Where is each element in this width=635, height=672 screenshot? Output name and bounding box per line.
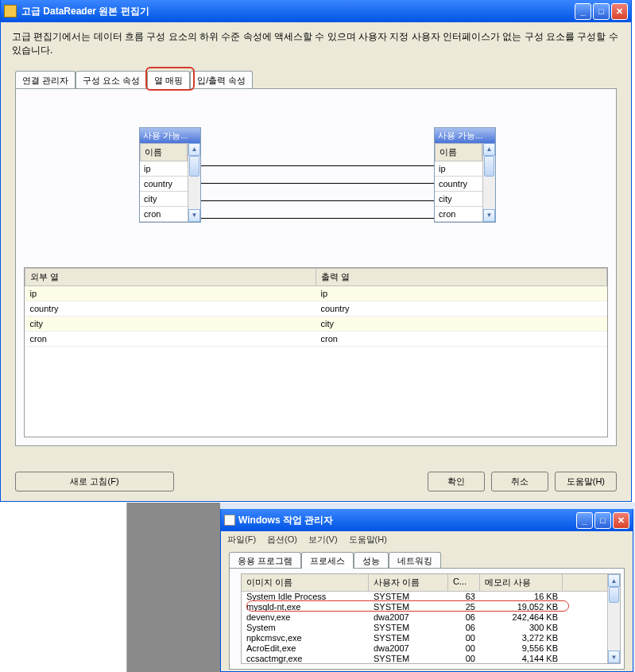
grid-header-output[interactable]: 출력 열 (316, 268, 607, 286)
background-pane (0, 503, 127, 672)
cell-image-name: AcroEdit,exe (242, 643, 369, 654)
grid-cell[interactable]: city (25, 316, 316, 331)
process-row[interactable]: System Idle ProcessSYSTEM6316 KB (242, 592, 607, 602)
process-row[interactable]: ccsactmgr,exeSYSTEM004,144 KB (242, 654, 607, 663)
titlebar[interactable]: Windows 작업 관리자 _ □ ✕ (221, 509, 633, 531)
scroll-thumb[interactable] (189, 156, 199, 177)
col-header-cell[interactable]: 이름 (140, 143, 188, 161)
scroll-down-icon[interactable]: ▼ (608, 651, 620, 663)
process-row[interactable]: mysqld-nt,exeSYSTEM2519,052 KB (242, 602, 607, 612)
mapping-line[interactable] (201, 165, 434, 166)
cell-user-name: SYSTEM (369, 633, 448, 643)
tab-io-properties[interactable]: 입/출력 속성 (190, 71, 253, 89)
process-row[interactable]: SystemSYSTEM06300 KB (242, 623, 607, 633)
scroll-track[interactable] (188, 156, 200, 209)
tab-strip: 연결 관리자 구성 요소 속성 열 매핑 입/출력 속성 (1, 70, 631, 88)
cell-memory: 4,144 KB (480, 654, 563, 663)
scroll-track[interactable] (608, 587, 620, 651)
ok-button[interactable]: 확인 (428, 472, 485, 491)
titlebar[interactable]: 고급 DataReader 원본 편집기 _ □ ✕ (1, 0, 631, 22)
tab-networking[interactable]: 네트워킹 (389, 552, 441, 569)
grid-cell[interactable]: cron (316, 331, 607, 346)
scroll-up-icon[interactable]: ▲ (608, 574, 620, 587)
menu-file[interactable]: 파일(F) (227, 534, 256, 546)
col-header-cell[interactable]: 이름 (435, 143, 482, 161)
tab-processes[interactable]: 프로세스 (301, 552, 354, 569)
box-title: 사용 가능... (140, 128, 200, 143)
menu-view[interactable]: 보기(V) (308, 534, 338, 546)
window-title: Windows 작업 관리자 (238, 514, 576, 527)
process-list[interactable]: 이미지 이름 사용자 이름 C... 메모리 사용 System Idle Pr… (241, 573, 621, 664)
tab-component-properties[interactable]: 구성 요소 속성 (76, 71, 147, 89)
header-user-name[interactable]: 사용자 이름 (369, 574, 448, 591)
cancel-button[interactable]: 취소 (491, 472, 548, 491)
grid-cell[interactable]: country (316, 301, 607, 316)
grid-cell[interactable]: ip (316, 286, 607, 301)
col-item[interactable]: country (435, 177, 482, 192)
grid-cell[interactable]: city (316, 316, 607, 331)
mapping-grid[interactable]: 외부 열 출력 열 ipip countrycountry citycity c… (24, 267, 608, 437)
available-output-columns[interactable]: 사용 가능... 이름 ip country city cron ▲ ▼ (434, 127, 496, 223)
cell-image-name: devenv,exe (242, 612, 369, 623)
mapping-line[interactable] (201, 218, 434, 219)
menu-options[interactable]: 옵션(O) (267, 534, 297, 546)
cell-cpu: 63 (448, 592, 480, 602)
process-row[interactable]: npkcmsvc,exeSYSTEM003,272 KB (242, 633, 607, 643)
scroll-down-icon[interactable]: ▼ (188, 209, 200, 222)
header-cpu[interactable]: C... (448, 574, 480, 591)
close-button[interactable]: ✕ (611, 3, 628, 20)
refresh-button[interactable]: 새로 고침(F) (15, 472, 174, 491)
grid-header-external[interactable]: 외부 열 (25, 268, 316, 286)
cell-cpu: 00 (448, 654, 480, 663)
scroll-up-icon[interactable]: ▲ (188, 143, 200, 156)
button-row: 새로 고침(F) 확인 취소 도움말(H) (15, 472, 617, 491)
grid-cell[interactable]: country (25, 301, 316, 316)
tab-performance[interactable]: 성능 (354, 552, 389, 569)
scroll-up-icon[interactable]: ▲ (483, 143, 495, 156)
grid-cell[interactable]: ip (25, 286, 316, 301)
cell-image-name: ccsactmgr,exe (242, 654, 369, 663)
tab-connection-manager[interactable]: 연결 관리자 (15, 71, 76, 89)
process-row[interactable]: devenv,exedwa200706242,464 KB (242, 612, 607, 623)
close-button[interactable]: ✕ (613, 512, 629, 529)
col-item[interactable]: country (140, 177, 188, 192)
tab-applications[interactable]: 응용 프로그램 (229, 552, 301, 569)
scrollbar[interactable]: ▲ ▼ (188, 143, 200, 222)
menu-help[interactable]: 도움말(H) (349, 534, 387, 546)
col-item[interactable]: city (435, 192, 482, 207)
scrollbar[interactable]: ▲ ▼ (482, 143, 495, 222)
mapping-line[interactable] (201, 200, 434, 201)
background-pane-gray (127, 503, 220, 672)
scroll-thumb[interactable] (484, 156, 494, 177)
taskmgr-icon (224, 515, 235, 526)
cell-cpu: 06 (448, 612, 480, 623)
col-item[interactable]: ip (435, 161, 482, 177)
header-image-name[interactable]: 이미지 이름 (242, 574, 369, 591)
col-item[interactable]: cron (435, 207, 482, 222)
maximize-button[interactable]: □ (593, 3, 610, 20)
tab-column-mapping[interactable]: 열 매핑 (147, 71, 190, 89)
col-item[interactable]: cron (140, 207, 188, 222)
grid-cell[interactable]: cron (25, 331, 316, 346)
header-memory[interactable]: 메모리 사용 (480, 574, 563, 591)
menu-bar: 파일(F) 옵션(O) 보기(V) 도움말(H) (221, 531, 633, 548)
box-title: 사용 가능... (435, 128, 495, 143)
cell-image-name: System Idle Process (242, 592, 369, 602)
minimize-button[interactable]: _ (575, 3, 591, 20)
process-row[interactable]: AcroEdit,exedwa2007009,556 KB (242, 643, 607, 654)
task-manager-window: Windows 작업 관리자 _ □ ✕ 파일(F) 옵션(O) 보기(V) 도… (220, 509, 633, 672)
scroll-track[interactable] (483, 156, 495, 209)
maximize-button[interactable]: □ (594, 512, 611, 529)
help-button[interactable]: 도움말(H) (555, 472, 617, 491)
col-item[interactable]: city (140, 192, 188, 207)
cell-user-name: SYSTEM (369, 654, 448, 663)
tm-page: 이미지 이름 사용자 이름 C... 메모리 사용 System Idle Pr… (229, 568, 625, 670)
minimize-button[interactable]: _ (576, 512, 593, 529)
scroll-down-icon[interactable]: ▼ (483, 209, 495, 222)
scrollbar[interactable]: ▲ ▼ (607, 574, 620, 663)
col-item[interactable]: ip (140, 161, 188, 177)
scroll-thumb[interactable] (609, 587, 619, 603)
cell-image-name: System (242, 623, 369, 633)
available-external-columns[interactable]: 사용 가능... 이름 ip country city cron ▲ ▼ (139, 127, 201, 223)
mapping-line[interactable] (201, 183, 434, 184)
